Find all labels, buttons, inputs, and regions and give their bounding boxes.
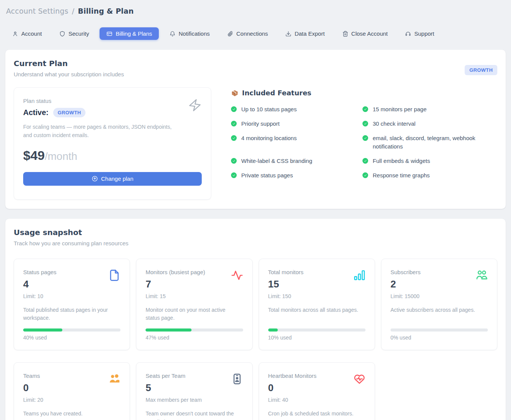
usage-description: Total monitors across all status pages. (268, 306, 365, 314)
usage-progress: 0% used (268, 418, 365, 420)
breadcrumb-current: Billing & Plan (78, 7, 134, 15)
tab-notifications[interactable]: Notifications (163, 27, 217, 40)
usage-progress: 0% used (23, 418, 120, 420)
usage-value: 0 (268, 382, 365, 394)
feature-item: Private status pages (231, 171, 362, 180)
usage-value: 7 (146, 278, 243, 290)
plan-price-period: /month (45, 150, 78, 162)
usage-percent-label: 10% used (268, 335, 365, 341)
usage-card-total-monitors: Total monitors 15 Limit: 150 Total monit… (259, 259, 375, 350)
breadcrumb-section[interactable]: Account Settings (6, 7, 68, 15)
check-icon (362, 172, 368, 178)
usage-progress: 47% used (146, 322, 243, 341)
tab-billing-plans[interactable]: Billing & Plans (100, 27, 159, 40)
feature-item: Full embeds & widgets (362, 157, 497, 165)
trash-icon (342, 31, 348, 37)
check-icon (231, 106, 237, 112)
usage-value: 15 (268, 278, 365, 290)
tab-data-export[interactable]: Data Export (278, 27, 331, 40)
usage-card-subscribers: Subscribers 2 Limit: 15000 Active subscr… (381, 259, 497, 350)
feature-item: White-label & CSS branding (231, 157, 362, 165)
feature-item: 15 monitors per page (362, 105, 497, 114)
usage-limit: Limit: 150 (268, 293, 365, 299)
usage-value: 5 (146, 382, 243, 394)
arrow-up-circle-icon (92, 175, 98, 182)
feature-item: email, slack, discord, telegram, webhook… (362, 134, 497, 151)
check-icon (231, 158, 237, 164)
plan-status-box: Plan status Active: GROWTH For scaling t… (14, 87, 211, 200)
usage-progress: 0% used (391, 322, 488, 341)
feature-item: Up to 10 status pages (231, 105, 362, 114)
usage-progress: 40% used (23, 322, 120, 341)
plan-price-amount: $49 (23, 148, 45, 163)
usage-limit: Limit: 40 (268, 397, 365, 403)
bell-icon (169, 31, 176, 37)
usage-card-teams: Teams 0 Limit: 20 Teams you have created… (14, 362, 130, 420)
usage-description: Teams you have created. (23, 410, 120, 418)
file-icon (108, 269, 120, 283)
usage-card-seats-per-team: Seats per Team 5 Max members per team Te… (136, 362, 252, 420)
plan-corner-badge: GROWTH (465, 65, 497, 75)
feature-item: 4 monitoring locations (231, 134, 362, 151)
change-plan-button[interactable]: Change plan (23, 172, 202, 186)
tab-support[interactable]: Support (398, 27, 441, 40)
users-outline-icon (476, 269, 488, 283)
check-icon (362, 158, 368, 164)
lightning-icon (188, 98, 202, 114)
plan-tier-badge: GROWTH (53, 108, 86, 117)
usage-card-heartbeat-monitors: Heartbeat Monitors 0 Limit: 40 Cron job … (259, 362, 375, 420)
check-icon (362, 106, 368, 112)
tab-label: Close Account (351, 30, 388, 37)
tab-label: Connections (236, 30, 268, 37)
feature-item: Priority support (231, 120, 362, 128)
tab-label: Notifications (179, 30, 210, 37)
plan-description: For scaling teams — more pages & monitor… (23, 123, 179, 140)
usage-limit: Limit: 15 (146, 293, 243, 299)
plan-price: $49/month (23, 148, 202, 163)
download-icon (285, 31, 291, 37)
user-icon (12, 31, 18, 37)
tab-account[interactable]: Account (5, 27, 49, 40)
tab-close-account[interactable]: Close Account (335, 27, 395, 40)
usage-limit: Max members per team (146, 397, 243, 403)
feature-item: Response time graphs (362, 171, 497, 180)
credit-card-icon (106, 31, 112, 37)
usage-description: Team owner doesn't count toward the seat… (146, 410, 243, 420)
contact-card-icon (231, 373, 243, 387)
usage-description: Monitor count on your most active status… (146, 306, 243, 322)
tab-connections[interactable]: Connections (220, 27, 275, 40)
usage-progress: 10% used (268, 322, 365, 341)
users-filled-icon (108, 373, 120, 387)
tab-label: Security (68, 30, 89, 37)
usage-subtitle: Track how you are consuming plan resourc… (14, 240, 497, 246)
usage-percent-label: 40% used (23, 335, 120, 341)
usage-grid-row1: Status pages 4 Limit: 10 Total published… (14, 259, 497, 350)
headset-icon (405, 31, 411, 37)
usage-value: 0 (23, 382, 120, 394)
change-plan-label: Change plan (101, 175, 133, 182)
current-plan-title: Current Plan (14, 59, 497, 68)
progress-fill (268, 328, 278, 332)
breadcrumb: Account Settings / Billing & Plan (5, 5, 506, 15)
tab-label: Billing & Plans (115, 30, 152, 37)
usage-value: 4 (23, 278, 120, 290)
plan-active-text: Active: (23, 108, 49, 117)
feature-item: 30 check interval (362, 120, 497, 128)
usage-limit: Limit: 20 (23, 397, 120, 403)
heart-pulse-icon (353, 373, 365, 387)
package-icon (231, 89, 239, 97)
tab-security[interactable]: Security (52, 27, 96, 40)
usage-card-monitors-busiest: Monitors (busiest page) 7 Limit: 15 Moni… (136, 259, 252, 350)
usage-description: Active subscribers across all pages. (391, 306, 488, 314)
usage-limit: Limit: 10 (23, 293, 120, 299)
usage-snapshot-panel: Usage snapshot Track how you are consumi… (5, 219, 506, 420)
features-title: Included Features (242, 89, 312, 97)
usage-title: Usage snapshot (14, 228, 497, 237)
plan-status-label: Plan status (23, 98, 202, 104)
check-icon (231, 135, 237, 141)
check-icon (231, 121, 237, 126)
usage-limit: Limit: 15000 (391, 293, 488, 299)
usage-percent-label: 0% used (391, 335, 488, 341)
pulse-icon (231, 269, 243, 283)
usage-card-status-pages: Status pages 4 Limit: 10 Total published… (14, 259, 130, 350)
